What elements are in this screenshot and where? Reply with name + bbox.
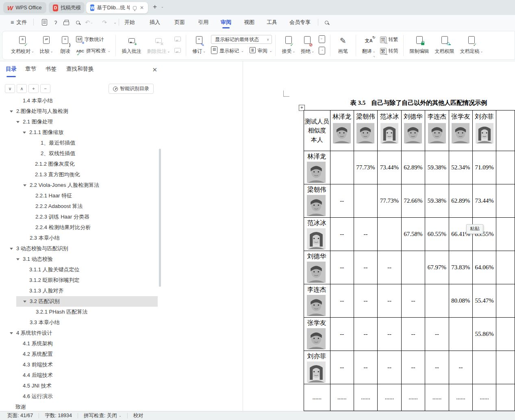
toc-item-3[interactable]: 2.1 图像处理 [0,117,240,127]
menu-item-1[interactable]: 开始 [124,15,135,29]
toc-expand-arrow-icon[interactable] [10,248,13,250]
ribbon-button-track-changes[interactable]: ≡✎修订⌄ [189,34,209,57]
new-tab-chevron-icon[interactable]: ⌄ [161,5,164,9]
toc-item-13[interactable]: 2.2.4 检测结果对比分析 [0,222,240,233]
toc-item-6[interactable]: 2、双线性插值 [0,148,240,159]
toc-item-26[interactable]: 4.3 前端技术 [0,359,240,370]
markup-state-combobox[interactable]: 显示标记的最终状态∨ [211,35,272,44]
toc-item-14[interactable]: 2.3 本章小结 [0,233,240,243]
smart-toc-button[interactable]: 智能识别目录 [109,84,154,94]
new-tab-button[interactable]: + [153,3,157,11]
ribbon-button-doc-permission[interactable]: 文档权限 [432,34,457,57]
toc-item-21[interactable]: 3.2.1 PHash 匹配算法 [0,307,240,317]
toc-item-29[interactable]: 4.6 运行演示 [0,391,240,402]
search-icon[interactable] [323,19,330,26]
toc-item-4[interactable]: 2.1.1 图像缩放 [0,127,240,138]
toc-item-30[interactable]: 致谢 [0,402,240,411]
toc-item-1[interactable]: 1.4 本章小结 [0,95,240,106]
close-icon[interactable]: ✕ [152,66,157,74]
expand-down-button[interactable]: ∨ [5,84,15,93]
toc-item-2[interactable]: 2.图像处理与人脸检测 [0,106,240,117]
export-icon[interactable]: ʔ [50,19,61,26]
toc-expand-arrow-icon[interactable] [16,121,20,123]
print-icon[interactable] [61,19,72,26]
ribbon-button-show-markup[interactable]: ▤显示标记⌄ [211,46,244,56]
similarity-table[interactable]: 测试人员相似度本人林泽龙梁朝伟范冰冰刘德华李连杰张学友刘亦菲林泽龙77.73%7… [304,110,515,411]
ribbon-button-translate[interactable]: 文A↻翻译⌄ [359,34,378,57]
toc-item-12[interactable]: 2.2.3 训练 Haar 分类器 [0,212,240,222]
toc-item-24[interactable]: 4.1 系统架构 [0,338,240,349]
toc-item-17[interactable]: 3.1.1 人脸关键点定位 [0,264,240,275]
ribbon-button-word-count[interactable]: 12+字数统计 [76,35,110,45]
toc-item-20[interactable]: 3.2 匹配识别 [0,296,240,307]
ribbon-button-restrict-edit[interactable]: 限制编辑 [407,34,432,57]
ribbon-button-doc-finalize[interactable]: ✓文档定稿⌄ [457,34,486,57]
page-indicator[interactable]: 页面: 41/67 [7,412,33,419]
quick-access-chevron-icon[interactable]: ⌄ [111,19,119,26]
sidebar-tab-3[interactable]: 书签 [46,65,56,75]
ribbon-button-reject[interactable]: ⊘拒绝⌄ [298,34,317,57]
toc-expand-arrow-icon[interactable] [23,132,26,134]
toc-item-23[interactable]: 4 系统软件设计 [0,328,240,338]
toc-item-9[interactable]: 2.2 Viola-Jones 人脸检测算法 [0,180,240,191]
toc-item-5[interactable]: 1、最近邻插值 [0,138,240,148]
print-preview-icon[interactable] [72,19,83,26]
toc-item-15[interactable]: 3 动态校验与匹配识别 [0,243,240,254]
toc-item-28[interactable]: 4.5 JNI 技术 [0,381,240,391]
toc-item-19[interactable]: 3.1.3 人脸对齐 [0,286,240,296]
ribbon-button-goto-next[interactable]: → [319,46,325,56]
window-tab-wps[interactable]: WWPS Office [3,2,46,13]
close-icon[interactable]: ✕ [140,5,144,11]
spellcheck-indicator[interactable]: 拼写检查: 关闭 ⌄ [84,412,122,419]
menu-item-8[interactable]: 会员专享 [289,15,311,29]
ribbon-button-simplified-to-traditional[interactable]: 简→转繁 [380,35,398,45]
toc-item-11[interactable]: 2.2.2 Adaboost 算法 [0,201,240,212]
undo-icon[interactable]: ↶⌄ [84,19,94,26]
toc-expand-arrow-icon[interactable] [23,301,26,303]
menu-item-5[interactable]: 审阅 [221,15,231,29]
toc-item-16[interactable]: 3.1 动态校验 [0,254,240,264]
ribbon-button-read-aloud[interactable]: ≡)朗读 [56,34,74,57]
sidebar-tab-2[interactable]: 章节 [25,65,36,75]
sidebar-scrollbar[interactable] [159,149,161,287]
toc-expand-arrow-icon[interactable] [16,258,20,260]
window-tab-doc[interactable]: W基于Dlib...统 毕业论文✕ [86,2,148,13]
save-icon[interactable] [39,19,50,26]
toc-item-7[interactable]: 2.1.2 图像灰度化 [0,159,240,169]
zoom-in-button[interactable]: + [28,84,39,93]
sidebar-tab-4[interactable]: 查找和替换 [66,65,94,75]
toc-item-22[interactable]: 3.3 本章小结 [0,317,240,328]
toc-item-25[interactable]: 4.2 系统配置 [0,349,240,359]
toc-item-18[interactable]: 3.1.2 眨眼和张嘴判定 [0,275,240,286]
toc-expand-arrow-icon[interactable] [23,184,26,186]
ribbon-button-compare[interactable]: ⇄比较⌄ [37,34,56,57]
ribbon-button-insert-comment[interactable]: +插入批注 [119,34,144,57]
ribbon-button-spell-check[interactable]: ABC✓拼写检查⌄ [76,46,110,56]
ribbon-button-doc-proof[interactable]: a✓文档校对⌄ [8,34,37,57]
menu-item-6[interactable]: 视图 [244,15,254,29]
zoom-out-button[interactable]: − [40,84,50,93]
ribbon-button-traditional-to-simplified[interactable]: 繁→转简 [380,46,398,56]
toc-expand-arrow-icon[interactable] [10,332,13,334]
menu-item-4[interactable]: 引用 [198,15,209,29]
file-menu[interactable]: ≡文件 [11,15,27,29]
redo-icon[interactable]: ↷ [99,19,110,26]
document-canvas[interactable]: + 表 3.5自己与除了自己以外的其他人匹配情况示例 测试人员相似度本人林泽龙梁… [243,61,515,411]
toc-item-8[interactable]: 2.1.3 直方图均衡化 [0,169,240,180]
toc-item-10[interactable]: 2.2.1 Haar 特征 [0,191,240,201]
menu-item-3[interactable]: 页面 [174,15,185,29]
ribbon-button-goto-previous[interactable]: ← [319,35,325,45]
window-tab-docer[interactable]: D找稿壳模板 [49,2,85,13]
ribbon-button-accept[interactable]: ✓接受⌄ [279,34,298,57]
toc-item-27[interactable]: 4.4 后端技术 [0,370,240,381]
paste-tooltip[interactable]: 粘贴 [466,224,483,234]
ribbon-button-brush[interactable]: ✎画笔 [334,34,352,57]
menu-item-2[interactable]: 插入 [150,15,160,29]
sidebar-tab-1[interactable]: 目录 [6,65,17,75]
collapse-up-button[interactable]: ∧ [17,84,27,93]
word-count-indicator[interactable]: 字数: 18934 [45,412,72,419]
proofread-button[interactable]: 校对 [133,412,143,419]
toc-expand-arrow-icon[interactable] [10,110,13,113]
menu-item-7[interactable]: 工具 [267,15,277,29]
ribbon-button-review-pane[interactable]: ≣审阅⌄ [250,46,272,56]
